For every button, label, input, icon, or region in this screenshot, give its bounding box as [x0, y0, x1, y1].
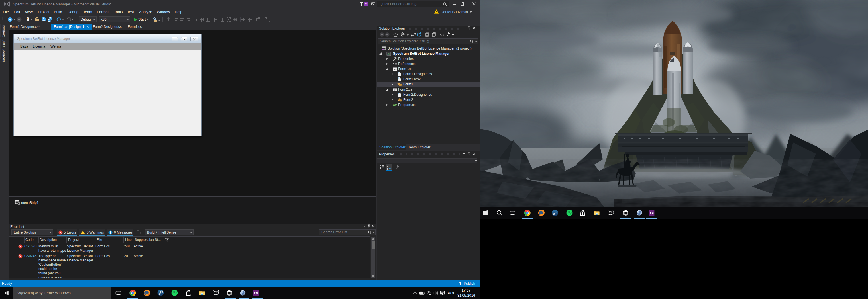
- svg-text:C#: C#: [387, 53, 391, 56]
- svg-text:Z: Z: [387, 168, 388, 170]
- svg-text:C#: C#: [393, 103, 397, 106]
